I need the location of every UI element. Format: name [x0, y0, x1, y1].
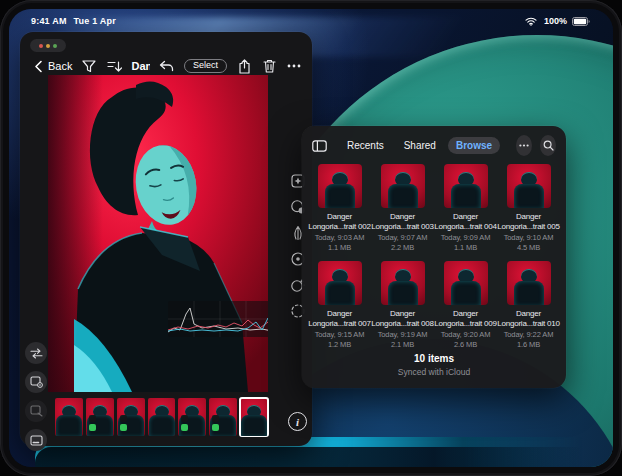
file-item[interactable]: DangerLongoria...trait 003 Today, 9:07 A…	[371, 164, 434, 252]
file-name: Danger	[453, 309, 478, 318]
file-name: Danger	[453, 212, 478, 221]
document-title: Danger Longo...	[131, 60, 150, 72]
file-thumbnail	[318, 164, 362, 208]
undo-icon[interactable]	[159, 58, 175, 74]
back-button[interactable]: Back	[30, 58, 72, 74]
filmstrip-toggle-button[interactable]	[25, 429, 47, 451]
file-time: Today, 9:22 AM	[504, 330, 554, 339]
minimize-window-dot[interactable]	[46, 44, 50, 48]
ipad-screen: 9:41 AM Tue 1 Apr 100%	[9, 9, 613, 467]
file-grid: DangerLongoria...trait 002 Today, 9:03 A…	[302, 162, 566, 349]
file-name: Danger	[390, 309, 415, 318]
screenshot-root: 9:41 AM Tue 1 Apr 100%	[0, 0, 622, 476]
browser-header: Recents Shared Browse	[302, 126, 566, 162]
filmstrip-thumb[interactable]	[148, 398, 176, 436]
battery-icon	[572, 13, 591, 29]
file-name: Danger	[327, 309, 352, 318]
photo-browser-window: Recents Shared Browse	[302, 126, 566, 388]
file-item[interactable]: DangerLongoria...trait 008 Today, 9:19 A…	[371, 261, 434, 349]
battery-percent: 100%	[544, 16, 567, 26]
file-thumbnail	[318, 261, 362, 305]
file-name: Danger	[516, 212, 541, 221]
file-size: 1.1 MB	[454, 243, 477, 252]
file-time: Today, 9:09 AM	[441, 233, 491, 242]
status-time: 9:41 AM	[31, 16, 67, 26]
edited-badge	[89, 424, 96, 431]
ipad-device-frame: 9:41 AM Tue 1 Apr 100%	[0, 0, 622, 476]
file-thumbnail	[444, 261, 488, 305]
file-item[interactable]: DangerLongoria...trait 007 Today, 9:15 A…	[308, 261, 371, 349]
file-size: 2.6 MB	[454, 340, 477, 349]
file-thumbnail	[507, 261, 551, 305]
filter-icon[interactable]	[81, 58, 97, 74]
file-time: Today, 9:03 AM	[315, 233, 365, 242]
file-thumbnail	[381, 261, 425, 305]
file-size: 2.1 MB	[391, 340, 414, 349]
filmstrip	[55, 397, 268, 437]
edited-badge	[212, 424, 219, 431]
filmstrip-thumb[interactable]	[178, 398, 206, 436]
file-time: Today, 9:07 AM	[378, 233, 428, 242]
photo-canvas[interactable]	[48, 75, 268, 392]
more-icon[interactable]	[286, 58, 302, 74]
browser-footer: 10 items Synced with iCloud	[302, 353, 566, 377]
file-item[interactable]: DangerLongoria...trait 010 Today, 9:22 A…	[497, 261, 560, 349]
window-controls[interactable]	[30, 39, 66, 52]
filmstrip-thumb[interactable]	[55, 398, 83, 436]
browser-tabs: Recents Shared Browse	[339, 137, 500, 154]
batch-edit-button[interactable]	[25, 400, 47, 422]
filmstrip-thumb[interactable]	[86, 398, 114, 436]
export-settings-button[interactable]	[25, 371, 47, 393]
close-window-dot[interactable]	[39, 44, 43, 48]
status-date: Tue 1 Apr	[74, 16, 116, 26]
file-name: Danger	[516, 309, 541, 318]
tab-shared[interactable]: Shared	[396, 137, 444, 154]
filmstrip-thumb[interactable]	[117, 398, 145, 436]
file-size: 2.2 MB	[391, 243, 414, 252]
file-item[interactable]: DangerLongoria...trait 002 Today, 9:03 A…	[308, 164, 371, 252]
search-button[interactable]	[540, 135, 556, 156]
filmstrip-thumb[interactable]	[209, 398, 237, 436]
file-size: 4.5 MB	[517, 243, 540, 252]
view-buttons-rail	[25, 342, 47, 451]
back-label: Back	[48, 60, 72, 72]
file-size: 1.2 MB	[328, 340, 351, 349]
histogram-overlay	[168, 301, 268, 337]
file-thumbnail	[444, 164, 488, 208]
file-thumbnail	[381, 164, 425, 208]
more-options-button[interactable]	[516, 135, 532, 156]
select-button[interactable]: Select	[184, 59, 227, 74]
info-button[interactable]: i	[288, 412, 307, 431]
file-size: 1.1 MB	[328, 243, 351, 252]
file-item[interactable]: DangerLongoria...trait 009 Today, 9:20 A…	[434, 261, 497, 349]
file-name: Danger	[327, 212, 352, 221]
sidebar-toggle-icon[interactable]	[312, 138, 327, 154]
sync-status: Synced with iCloud	[302, 367, 566, 377]
trash-icon[interactable]	[261, 58, 277, 74]
file-size: 1.6 MB	[517, 340, 540, 349]
file-thumbnail	[507, 164, 551, 208]
status-bar: 9:41 AM Tue 1 Apr 100%	[9, 13, 613, 29]
file-time: Today, 9:15 AM	[315, 330, 365, 339]
file-item[interactable]: DangerLongoria...trait 004 Today, 9:09 A…	[434, 164, 497, 252]
edited-badge	[181, 424, 188, 431]
filmstrip-thumb-selected[interactable]	[240, 398, 268, 436]
file-time: Today, 9:19 AM	[378, 330, 428, 339]
file-item[interactable]: DangerLongoria...trait 005 Today, 9:10 A…	[497, 164, 560, 252]
photo-editor-window: Back Danger Longo... Select	[20, 32, 312, 446]
tab-browse[interactable]: Browse	[448, 137, 500, 154]
file-name: Danger	[390, 212, 415, 221]
wifi-icon	[523, 13, 539, 29]
file-time: Today, 9:20 AM	[441, 330, 491, 339]
zoom-window-dot[interactable]	[53, 44, 57, 48]
tab-recents[interactable]: Recents	[339, 137, 392, 154]
share-icon[interactable]	[236, 58, 252, 74]
sort-icon[interactable]	[106, 58, 122, 74]
item-count: 10 items	[302, 353, 566, 364]
edited-badge	[120, 424, 127, 431]
chevron-left-icon	[30, 58, 46, 74]
compare-button[interactable]	[25, 342, 47, 364]
file-time: Today, 9:10 AM	[504, 233, 554, 242]
